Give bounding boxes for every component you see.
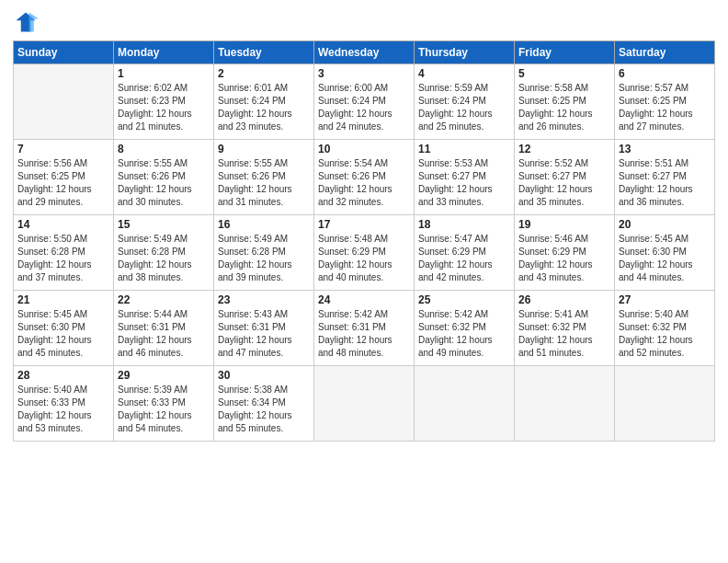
calendar-cell: 10Sunrise: 5:54 AM Sunset: 6:26 PM Dayli…: [314, 140, 415, 215]
calendar-cell: 2Sunrise: 6:01 AM Sunset: 6:24 PM Daylig…: [214, 64, 314, 140]
day-number: 21: [17, 293, 109, 306]
day-info: Sunrise: 5:44 AM Sunset: 6:31 PM Dayligh…: [118, 308, 210, 360]
calendar-cell: 12Sunrise: 5:52 AM Sunset: 6:27 PM Dayli…: [515, 140, 615, 215]
week-row-1: 1Sunrise: 6:02 AM Sunset: 6:23 PM Daylig…: [14, 64, 715, 140]
day-header-tuesday: Tuesday: [214, 41, 314, 64]
day-number: 29: [118, 369, 210, 382]
calendar-cell: 21Sunrise: 5:45 AM Sunset: 6:30 PM Dayli…: [14, 291, 114, 366]
day-info: Sunrise: 5:51 AM Sunset: 6:27 PM Dayligh…: [619, 157, 711, 209]
day-number: 17: [318, 218, 410, 231]
day-info: Sunrise: 6:00 AM Sunset: 6:24 PM Dayligh…: [318, 82, 410, 133]
calendar-cell: 17Sunrise: 5:48 AM Sunset: 6:29 PM Dayli…: [314, 215, 415, 291]
day-info: Sunrise: 5:49 AM Sunset: 6:28 PM Dayligh…: [118, 233, 210, 284]
day-number: 27: [619, 293, 711, 306]
day-info: Sunrise: 5:41 AM Sunset: 6:32 PM Dayligh…: [518, 308, 610, 360]
day-info: Sunrise: 6:01 AM Sunset: 6:24 PM Dayligh…: [218, 82, 310, 133]
day-number: 18: [418, 218, 510, 231]
day-info: Sunrise: 5:38 AM Sunset: 6:34 PM Dayligh…: [218, 384, 310, 435]
day-number: 12: [518, 143, 610, 155]
calendar-cell: 13Sunrise: 5:51 AM Sunset: 6:27 PM Dayli…: [615, 140, 715, 215]
day-number: 13: [619, 143, 711, 155]
day-number: 9: [218, 143, 310, 155]
day-number: 11: [418, 143, 510, 155]
calendar-cell: 24Sunrise: 5:42 AM Sunset: 6:31 PM Dayli…: [314, 291, 415, 366]
day-info: Sunrise: 5:53 AM Sunset: 6:27 PM Dayligh…: [418, 157, 510, 209]
calendar-cell: 29Sunrise: 5:39 AM Sunset: 6:33 PM Dayli…: [114, 366, 214, 442]
week-row-3: 14Sunrise: 5:50 AM Sunset: 6:28 PM Dayli…: [14, 215, 715, 291]
day-number: 26: [518, 293, 610, 306]
day-number: 23: [218, 293, 310, 306]
calendar-cell: 25Sunrise: 5:42 AM Sunset: 6:32 PM Dayli…: [415, 291, 515, 366]
day-info: Sunrise: 5:40 AM Sunset: 6:32 PM Dayligh…: [619, 308, 711, 360]
svg-marker-1: [29, 13, 40, 32]
day-number: 16: [218, 218, 310, 231]
day-info: Sunrise: 5:45 AM Sunset: 6:30 PM Dayligh…: [619, 233, 711, 284]
day-info: Sunrise: 5:39 AM Sunset: 6:33 PM Dayligh…: [118, 384, 210, 435]
logo-icon: [13, 9, 39, 35]
calendar-cell: 4Sunrise: 5:59 AM Sunset: 6:24 PM Daylig…: [415, 64, 515, 140]
calendar-cell: 28Sunrise: 5:40 AM Sunset: 6:33 PM Dayli…: [14, 366, 114, 442]
day-number: 7: [17, 143, 109, 155]
page: SundayMondayTuesdayWednesdayThursdayFrid…: [0, 0, 728, 563]
day-number: 30: [218, 369, 310, 382]
calendar-cell: [415, 366, 515, 442]
week-row-4: 21Sunrise: 5:45 AM Sunset: 6:30 PM Dayli…: [14, 291, 715, 366]
day-info: Sunrise: 5:55 AM Sunset: 6:26 PM Dayligh…: [118, 157, 210, 209]
day-header-friday: Friday: [515, 41, 615, 64]
day-info: Sunrise: 5:49 AM Sunset: 6:28 PM Dayligh…: [218, 233, 310, 284]
calendar-cell: 6Sunrise: 5:57 AM Sunset: 6:25 PM Daylig…: [615, 64, 715, 140]
day-info: Sunrise: 5:47 AM Sunset: 6:29 PM Dayligh…: [418, 233, 510, 284]
day-number: 20: [619, 218, 711, 231]
day-info: Sunrise: 5:50 AM Sunset: 6:28 PM Dayligh…: [17, 233, 109, 284]
calendar-cell: 15Sunrise: 5:49 AM Sunset: 6:28 PM Dayli…: [114, 215, 214, 291]
week-row-2: 7Sunrise: 5:56 AM Sunset: 6:25 PM Daylig…: [14, 140, 715, 215]
day-number: 25: [418, 293, 510, 306]
day-header-thursday: Thursday: [415, 41, 515, 64]
calendar-cell: 9Sunrise: 5:55 AM Sunset: 6:26 PM Daylig…: [214, 140, 314, 215]
day-info: Sunrise: 5:48 AM Sunset: 6:29 PM Dayligh…: [318, 233, 410, 284]
day-number: 22: [118, 293, 210, 306]
day-info: Sunrise: 5:59 AM Sunset: 6:24 PM Dayligh…: [418, 82, 510, 133]
calendar-cell: 16Sunrise: 5:49 AM Sunset: 6:28 PM Dayli…: [214, 215, 314, 291]
day-header-saturday: Saturday: [615, 41, 715, 64]
calendar-header-row: SundayMondayTuesdayWednesdayThursdayFrid…: [14, 41, 715, 64]
day-info: Sunrise: 5:56 AM Sunset: 6:25 PM Dayligh…: [17, 157, 109, 209]
day-header-sunday: Sunday: [14, 41, 114, 64]
calendar-cell: 23Sunrise: 5:43 AM Sunset: 6:31 PM Dayli…: [214, 291, 314, 366]
day-header-wednesday: Wednesday: [314, 41, 415, 64]
day-info: Sunrise: 6:02 AM Sunset: 6:23 PM Dayligh…: [118, 82, 210, 133]
day-number: 24: [318, 293, 410, 306]
logo: [13, 9, 42, 35]
day-info: Sunrise: 5:58 AM Sunset: 6:25 PM Dayligh…: [518, 82, 610, 133]
day-info: Sunrise: 5:55 AM Sunset: 6:26 PM Dayligh…: [218, 157, 310, 209]
day-info: Sunrise: 5:43 AM Sunset: 6:31 PM Dayligh…: [218, 308, 310, 360]
day-number: 15: [118, 218, 210, 231]
day-info: Sunrise: 5:52 AM Sunset: 6:27 PM Dayligh…: [518, 157, 610, 209]
calendar-cell: 22Sunrise: 5:44 AM Sunset: 6:31 PM Dayli…: [114, 291, 214, 366]
day-number: 2: [218, 67, 310, 80]
day-number: 3: [318, 67, 410, 80]
calendar-table: SundayMondayTuesdayWednesdayThursdayFrid…: [13, 40, 715, 442]
day-number: 5: [518, 67, 610, 80]
day-info: Sunrise: 5:54 AM Sunset: 6:26 PM Dayligh…: [318, 157, 410, 209]
day-number: 4: [418, 67, 510, 80]
day-header-monday: Monday: [114, 41, 214, 64]
day-info: Sunrise: 5:42 AM Sunset: 6:31 PM Dayligh…: [318, 308, 410, 360]
day-number: 1: [118, 67, 210, 80]
calendar-cell: 3Sunrise: 6:00 AM Sunset: 6:24 PM Daylig…: [314, 64, 415, 140]
day-number: 6: [619, 67, 711, 80]
day-info: Sunrise: 5:46 AM Sunset: 6:29 PM Dayligh…: [518, 233, 610, 284]
calendar-cell: 27Sunrise: 5:40 AM Sunset: 6:32 PM Dayli…: [615, 291, 715, 366]
calendar-cell: [14, 64, 114, 140]
calendar-cell: 8Sunrise: 5:55 AM Sunset: 6:26 PM Daylig…: [114, 140, 214, 215]
calendar-cell: [615, 366, 715, 442]
day-info: Sunrise: 5:42 AM Sunset: 6:32 PM Dayligh…: [418, 308, 510, 360]
calendar-cell: 14Sunrise: 5:50 AM Sunset: 6:28 PM Dayli…: [14, 215, 114, 291]
week-row-5: 28Sunrise: 5:40 AM Sunset: 6:33 PM Dayli…: [14, 366, 715, 442]
calendar-cell: 18Sunrise: 5:47 AM Sunset: 6:29 PM Dayli…: [415, 215, 515, 291]
day-number: 28: [17, 369, 109, 382]
calendar-cell: 30Sunrise: 5:38 AM Sunset: 6:34 PM Dayli…: [214, 366, 314, 442]
calendar-cell: 19Sunrise: 5:46 AM Sunset: 6:29 PM Dayli…: [515, 215, 615, 291]
calendar-cell: 5Sunrise: 5:58 AM Sunset: 6:25 PM Daylig…: [515, 64, 615, 140]
calendar-cell: 1Sunrise: 6:02 AM Sunset: 6:23 PM Daylig…: [114, 64, 214, 140]
